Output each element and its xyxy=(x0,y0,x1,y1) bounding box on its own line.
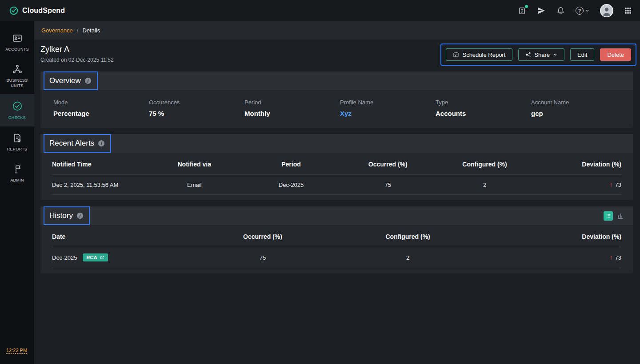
recent-alerts-body: Notified Time Notified via Period Occurr… xyxy=(40,153,633,200)
column-header: Deviation (%) xyxy=(473,226,621,247)
deviation-value: 73 xyxy=(615,254,621,261)
page-header: Zylker A Created on 02-Dec-2025 11:52 Sc… xyxy=(40,44,633,66)
history-header-row: Date Occurred (%) Configured (%) Deviati… xyxy=(52,226,621,247)
column-header: Date xyxy=(52,226,183,247)
field-label: Mode xyxy=(53,99,149,106)
admin-icon xyxy=(12,164,23,174)
overview-title-text: Overview xyxy=(49,76,81,85)
history-row: Dec-2025 RCA 75 2 xyxy=(52,247,621,268)
page-title: Zylker A xyxy=(40,45,114,54)
sidebar-item-label: BUSINESS UNITS xyxy=(2,78,32,88)
overview-card-header: Overview i xyxy=(40,71,633,90)
user-avatar[interactable] xyxy=(600,4,613,17)
field-label: Period xyxy=(244,99,340,106)
sidebar-item-reports[interactable]: REPORTS xyxy=(0,127,34,158)
sidebar-item-business-units[interactable]: BUSINESS UNITS xyxy=(0,58,34,94)
recent-alerts-section-title: Recent Alerts i xyxy=(44,134,111,153)
reports-icon xyxy=(12,133,23,143)
sidebar-item-accounts[interactable]: ACCOUNTS xyxy=(0,27,34,58)
overview-field-profile-name: Profile Name Xyz xyxy=(340,99,436,117)
edit-button[interactable]: Edit xyxy=(570,48,594,61)
history-view-toggles xyxy=(604,211,624,221)
actions-highlight-box: Schedule Report Share Edit Delete xyxy=(440,44,636,66)
chevron-down-icon xyxy=(585,8,589,13)
delete-button[interactable]: Delete xyxy=(600,48,631,61)
field-label: Account Name xyxy=(531,99,627,106)
schedule-report-button[interactable]: Schedule Report xyxy=(446,48,512,61)
deviation-value: 73 xyxy=(615,182,621,188)
help-menu[interactable]: ? xyxy=(576,7,589,15)
left-sidebar: ACCOUNTS BUSINESS UNITS CHECKS REPORTS A… xyxy=(0,21,34,364)
history-body: Date Occurred (%) Configured (%) Deviati… xyxy=(40,225,633,273)
alert-period: Dec-2025 xyxy=(228,175,354,195)
table-view-icon[interactable] xyxy=(604,211,613,221)
overview-fields: Mode Percentage Occurences 75 % Period M… xyxy=(40,90,633,128)
info-icon[interactable]: i xyxy=(77,213,83,219)
overview-section-title: Overview i xyxy=(44,71,98,90)
column-header: Occurred (%) xyxy=(183,226,343,247)
overview-field-period: Period Monthly xyxy=(244,99,340,117)
topbar-icon-group: ? xyxy=(518,4,632,17)
info-icon[interactable]: i xyxy=(98,140,104,146)
accounts-icon xyxy=(12,33,23,44)
rca-badge[interactable]: RCA xyxy=(83,253,108,261)
business-units-icon xyxy=(12,64,23,75)
title-block: Zylker A Created on 02-Dec-2025 11:52 xyxy=(40,44,114,63)
schedule-report-label: Schedule Report xyxy=(462,51,505,58)
overview-card: Overview i Mode Percentage Occurences 75… xyxy=(40,71,633,128)
overview-field-mode: Mode Percentage xyxy=(53,99,149,117)
recent-alerts-card-header: Recent Alerts i xyxy=(40,134,633,153)
breadcrumb-current: Details xyxy=(82,27,100,34)
whats-new-icon[interactable] xyxy=(537,6,546,15)
brand-logo[interactable]: CloudSpend xyxy=(9,6,65,16)
main-area: Governance / Details Zylker A Created on… xyxy=(34,21,640,364)
share-icon xyxy=(525,52,531,58)
column-header: Deviation (%) xyxy=(547,154,621,175)
column-header: Period xyxy=(228,154,354,175)
column-header: Configured (%) xyxy=(342,226,473,247)
sidebar-item-label: ADMIN xyxy=(10,178,24,183)
field-value: 75 % xyxy=(149,110,244,117)
history-title-text: History xyxy=(49,211,73,220)
column-header: Occurred (%) xyxy=(354,154,422,175)
sidebar-item-label: ACCOUNTS xyxy=(5,47,29,52)
overview-field-account-name: Account Name gcp xyxy=(531,99,627,117)
top-navigation-bar: CloudSpend ? xyxy=(0,0,640,21)
alert-occurred: 75 xyxy=(354,175,422,195)
schedule-report-icon xyxy=(453,51,459,58)
breadcrumb-governance[interactable]: Governance xyxy=(41,27,73,34)
chart-view-icon[interactable] xyxy=(617,212,624,219)
field-label: Type xyxy=(436,99,531,106)
rca-label: RCA xyxy=(86,255,97,260)
bell-icon xyxy=(556,6,565,15)
help-icon: ? xyxy=(576,7,584,15)
apps-grid-icon[interactable] xyxy=(624,7,632,15)
sidebar-item-label: REPORTS xyxy=(7,146,27,152)
sidebar-item-admin[interactable]: ADMIN xyxy=(0,158,34,189)
list-glyph xyxy=(605,213,612,219)
share-label: Share xyxy=(534,51,550,58)
profile-name-link[interactable]: Xyz xyxy=(340,110,436,117)
column-header: Notified Time xyxy=(52,154,160,175)
delete-label: Delete xyxy=(607,51,624,58)
sidebar-item-label: CHECKS xyxy=(8,115,26,120)
sidebar-item-checks[interactable]: CHECKS xyxy=(0,94,34,126)
field-value: gcp xyxy=(531,110,627,117)
history-table: Date Occurred (%) Configured (%) Deviati… xyxy=(52,226,621,268)
deviation-up-icon: ↑ xyxy=(610,181,613,188)
timestamp[interactable]: 12:22 PM xyxy=(6,348,27,354)
overview-field-type: Type Accounts xyxy=(436,99,531,117)
paper-plane-icon xyxy=(537,6,546,15)
table-view-active-square xyxy=(604,211,613,221)
recent-alerts-title-text: Recent Alerts xyxy=(49,139,94,148)
recent-alerts-table: Notified Time Notified via Period Occurr… xyxy=(52,154,621,195)
tasks-icon[interactable] xyxy=(518,6,526,15)
deviation-up-icon: ↑ xyxy=(610,254,613,261)
field-value: Percentage xyxy=(53,110,149,117)
share-button[interactable]: Share xyxy=(518,48,564,61)
recent-alerts-card: Recent Alerts i Notified Time Notified v… xyxy=(40,134,633,200)
info-icon[interactable]: i xyxy=(85,78,91,84)
notifications-bell-icon[interactable] xyxy=(556,6,565,15)
notification-dot xyxy=(525,5,528,8)
history-date-text: Dec-2025 xyxy=(52,254,77,261)
